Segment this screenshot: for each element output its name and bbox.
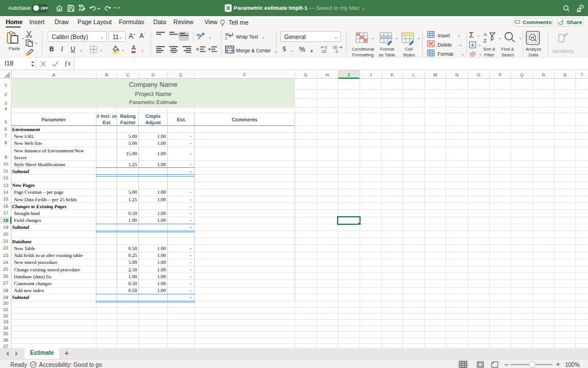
svg-text:1.00: 1.00 [157, 197, 166, 202]
svg-text:J: J [369, 72, 372, 78]
svg-text:Change existing stored procedu: Change existing stored procedure [14, 267, 80, 273]
svg-text:-: - [190, 189, 192, 195]
svg-text:Company Name: Company Name [129, 81, 177, 89]
svg-text:1.25: 1.25 [129, 197, 137, 202]
svg-text:ab: ab [196, 33, 201, 37]
svg-text:.0: .0 [335, 49, 338, 53]
svg-text:Parametric Estimate: Parametric Estimate [129, 99, 177, 105]
svg-text:Straight html: Straight html [14, 210, 40, 216]
svg-text:D: D [152, 72, 155, 78]
svg-text:28: 28 [3, 288, 9, 293]
svg-text:Rating: Rating [120, 113, 136, 119]
svg-text:24: 24 [3, 260, 9, 265]
svg-text:-: - [190, 252, 192, 258]
svg-text:# Incl. in: # Incl. in [96, 113, 117, 119]
svg-text:New Pages: New Pages [12, 182, 35, 188]
svg-text:A: A [52, 72, 56, 78]
svg-text:5.00: 5.00 [129, 140, 137, 146]
svg-text:23: 23 [3, 253, 9, 258]
svg-text:-: - [190, 274, 192, 279]
svg-text:Add fields to or alter existin: Add fields to or alter existing table [14, 252, 83, 258]
svg-text:T: T [581, 72, 583, 78]
svg-text:-: - [190, 267, 192, 273]
svg-text:2.50: 2.50 [129, 267, 137, 273]
svg-text:L: L [412, 72, 415, 78]
svg-text:11: 11 [3, 168, 9, 174]
svg-text:25: 25 [3, 267, 9, 272]
svg-text:14: 14 [3, 190, 9, 195]
svg-text:Database: Database [12, 239, 32, 244]
svg-text:16: 16 [3, 204, 9, 209]
svg-text:Parameter: Parameter [41, 117, 66, 122]
svg-text:Subtotal: Subtotal [12, 294, 29, 300]
svg-text:-: - [190, 133, 192, 139]
svg-text:1.00: 1.00 [157, 151, 166, 156]
svg-text:-: - [190, 259, 192, 265]
svg-text:Style Sheet Modifications: Style Sheet Modifications [14, 162, 65, 167]
svg-text:H: H [326, 72, 329, 78]
svg-text:1.00: 1.00 [157, 210, 166, 216]
svg-text:5.00: 5.00 [129, 189, 137, 195]
svg-text:-: - [190, 162, 192, 167]
svg-text:5.00: 5.00 [129, 259, 137, 265]
svg-text:New Data Fields – per 25 field: New Data Fields – per 25 fields [14, 197, 77, 202]
svg-text:1.00: 1.00 [157, 133, 166, 139]
svg-text:New Instance of Environment/Ne: New Instance of Environment/New [14, 148, 84, 154]
svg-text:1.00: 1.00 [157, 140, 166, 146]
svg-text:1.00: 1.00 [157, 288, 166, 293]
svg-text:30: 30 [3, 301, 9, 306]
svg-text:12: 12 [3, 175, 9, 181]
svg-text:1.00: 1.00 [157, 189, 166, 195]
svg-text:1: 1 [5, 83, 7, 88]
svg-text:27: 27 [3, 281, 9, 286]
svg-text:1.00: 1.00 [157, 281, 166, 286]
svg-text:1.00: 1.00 [157, 252, 166, 258]
svg-text:6: 6 [5, 126, 7, 132]
svg-text:32: 32 [3, 313, 9, 319]
svg-text:0.25: 0.25 [129, 252, 137, 258]
svg-text:9: 9 [5, 155, 7, 160]
svg-text:R: R [541, 72, 545, 78]
svg-text:Cmplx: Cmplx [145, 113, 161, 119]
svg-text:0.50: 0.50 [129, 288, 137, 293]
svg-text:-: - [190, 168, 192, 174]
svg-text:E: E [179, 72, 182, 78]
svg-text:1.00: 1.00 [157, 162, 166, 167]
svg-text:Est: Est [103, 120, 111, 125]
svg-text:.00: .00 [321, 49, 326, 53]
svg-text:1.00: 1.00 [129, 274, 137, 279]
svg-text:Field changes: Field changes [14, 217, 41, 223]
svg-text:34: 34 [3, 325, 9, 331]
svg-text:1.00: 1.00 [157, 274, 166, 279]
svg-text:N: N [455, 72, 459, 78]
svg-text:18: 18 [3, 218, 9, 223]
svg-text:K: K [390, 72, 394, 78]
svg-text:1.00: 1.00 [157, 246, 166, 251]
svg-text:Project Name: Project Name [135, 91, 172, 98]
svg-text:0.50: 0.50 [129, 246, 137, 251]
svg-text:A: A [483, 32, 487, 37]
svg-text:Est.: Est. [177, 117, 186, 122]
svg-text:10: 10 [3, 162, 9, 167]
svg-text:New URL: New URL [14, 133, 34, 139]
svg-text:Adjust: Adjust [145, 120, 161, 125]
svg-text:-: - [190, 210, 192, 216]
svg-text:New stored procedure: New stored procedure [14, 259, 57, 265]
svg-text:P: P [498, 72, 501, 78]
svg-text:-: - [190, 151, 192, 156]
svg-text:5: 5 [5, 120, 7, 125]
svg-text:S: S [563, 72, 566, 78]
svg-text:17: 17 [3, 210, 9, 216]
svg-text:1.00: 1.00 [129, 217, 137, 223]
svg-text:13: 13 [3, 183, 9, 188]
svg-text:7: 7 [5, 133, 7, 139]
svg-text:G: G [304, 72, 307, 78]
svg-text:Environment: Environment [12, 126, 40, 132]
svg-text:New Table: New Table [14, 246, 35, 251]
svg-text:8: 8 [5, 140, 7, 145]
svg-text:21: 21 [3, 239, 9, 244]
svg-text:-: - [190, 224, 192, 230]
svg-text:O: O [477, 72, 480, 78]
svg-text:31: 31 [3, 307, 9, 312]
svg-text:-: - [190, 217, 192, 223]
